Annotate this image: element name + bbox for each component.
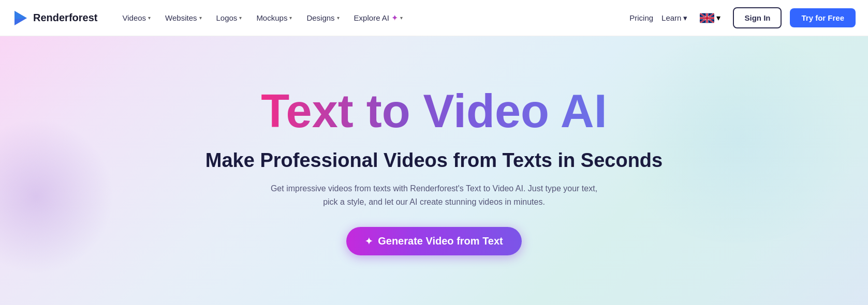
hero-title: Text to Video AI: [261, 86, 607, 137]
nav-designs-chevron: ▾: [337, 15, 340, 21]
ai-sparkle-icon: ✦: [391, 13, 398, 23]
nav-explore-ai-label: Explore AI: [354, 13, 389, 22]
nav-websites-chevron: ▾: [199, 15, 202, 21]
hero-description: Get impressive videos from texts with Re…: [263, 182, 605, 208]
nav-videos-label: Videos: [122, 13, 146, 22]
language-selector[interactable]: ▾: [696, 11, 725, 25]
generate-video-button[interactable]: ✦ Generate Video from Text: [346, 227, 522, 255]
nav-item-explore-ai[interactable]: Explore AI ✦ ▾: [348, 9, 409, 27]
logo-text: Renderforest: [33, 12, 97, 24]
nav-explore-ai-chevron: ▾: [400, 15, 403, 21]
uk-flag-icon: [700, 13, 714, 23]
nav-right: Pricing Learn ▾ ▾ Sign In Try for Free: [629, 7, 856, 28]
try-free-button[interactable]: Try for Free: [790, 8, 856, 27]
nav-links: Videos ▾ Websites ▾ Logos ▾ Mockups ▾ De…: [116, 9, 629, 27]
svg-marker-1: [14, 11, 27, 19]
nav-item-designs[interactable]: Designs ▾: [300, 9, 345, 26]
nav-item-websites[interactable]: Websites ▾: [159, 9, 208, 26]
nav-designs-label: Designs: [306, 13, 334, 22]
sign-in-button[interactable]: Sign In: [733, 7, 782, 28]
logo[interactable]: Renderforest: [12, 10, 97, 26]
sparkle-icon: ✦: [365, 236, 373, 247]
nav-mockups-label: Mockups: [256, 13, 287, 22]
hero-section: Text to Video AI Make Professional Video…: [0, 36, 868, 305]
learn-link[interactable]: Learn ▾: [661, 13, 687, 23]
navbar: Renderforest Videos ▾ Websites ▾ Logos ▾…: [0, 0, 868, 36]
lang-chevron: ▾: [716, 13, 720, 23]
nav-item-mockups[interactable]: Mockups ▾: [250, 9, 298, 26]
nav-item-videos[interactable]: Videos ▾: [116, 9, 157, 26]
pricing-link[interactable]: Pricing: [629, 13, 653, 22]
learn-chevron: ▾: [683, 13, 687, 23]
generate-video-label: Generate Video from Text: [378, 235, 503, 247]
nav-videos-chevron: ▾: [148, 15, 151, 21]
nav-logos-chevron: ▾: [239, 15, 242, 21]
nav-websites-label: Websites: [165, 13, 197, 22]
hero-subtitle: Make Professional Videos from Texts in S…: [205, 149, 663, 172]
nav-mockups-chevron: ▾: [289, 15, 292, 21]
nav-logos-label: Logos: [216, 13, 238, 22]
nav-item-logos[interactable]: Logos ▾: [210, 9, 248, 26]
play-icon: [12, 10, 29, 26]
